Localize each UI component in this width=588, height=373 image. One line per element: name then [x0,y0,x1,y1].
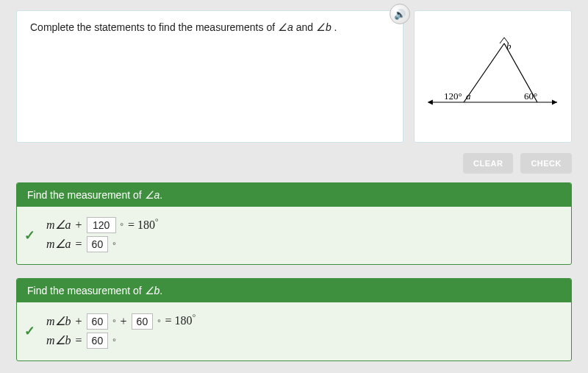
prompt-prefix: Complete the statements to find the meas… [30,21,278,33]
question-prompt-box: 🔊 Complete the statements to find the me… [16,10,404,143]
section-b-header: Find the measurement of ∠b. [17,279,571,302]
section-b-line1-input2[interactable]: 60 [132,313,154,330]
section-a-line2: m∠a = 60° [46,236,561,252]
audio-icon[interactable]: 🔊 [390,4,410,24]
prompt-text: Complete the statements to find the meas… [30,21,390,33]
diagram-vertex-a: a [466,90,471,102]
section-a-line2-input[interactable]: 60 [87,236,109,252]
checkmark-icon: ✓ [24,227,35,244]
section-b-line1: m∠b + 60° + 60° = 180° [46,313,561,329]
prompt-angle-a: ∠a [278,21,293,33]
section-b-block: Find the measurement of ∠b. ✓ m∠b + 60° … [16,278,572,360]
section-b-body: ✓ m∠b + 60° + 60° = 180° m∠b = 60° [17,302,571,360]
check-button[interactable]: CHECK [520,153,572,174]
section-a-header-angle: ∠a [145,189,160,201]
section-b-line2: m∠b = 60° [46,333,561,349]
section-a-line1-eq: = 180° [128,217,158,232]
section-b-line1-eq: = 180° [165,313,196,327]
section-a-line2-lhs: m∠a [46,237,71,251]
diagram-vertex-b: b [506,40,512,51]
section-a-line2-op: = [76,238,82,251]
section-a-body: ✓ m∠a + 120° = 180° m∠a = 60° [17,207,571,264]
section-b-header-suffix: . [159,285,162,296]
prompt-suffix: . [331,21,337,33]
section-b-line2-op: = [76,334,82,347]
section-b-header-prefix: Find the measurement of [27,285,145,296]
section-a-header: Find the measurement of ∠a. [17,183,571,207]
section-a-header-suffix: . [159,189,162,201]
clear-button[interactable]: CLEAR [463,153,513,174]
section-a-line1-op: + [76,219,82,232]
section-b-line1-input1[interactable]: 60 [87,313,109,330]
section-b-line1-op: + [76,315,82,328]
section-b-header-angle: ∠b [145,285,160,296]
diagram-right-angle-label: 60° [524,90,537,102]
section-a-line1-input[interactable]: 120 [87,217,116,233]
prompt-angle-b: ∠b [316,21,331,33]
section-b-line2-lhs: m∠b [46,333,71,347]
prompt-conj: and [293,21,316,33]
section-b-line1-op2: + [121,315,127,328]
section-a-line1-lhs: m∠a [46,218,71,232]
section-b-line1-lhs: m∠b [46,314,71,328]
section-a-line1: m∠a + 120° = 180° [46,217,561,233]
section-a-header-prefix: Find the measurement of [27,189,145,201]
triangle-diagram: 120° a 60° b [423,29,563,124]
checkmark-icon: ✓ [24,323,35,339]
section-b-line2-input[interactable]: 60 [87,333,109,349]
section-a-block: Find the measurement of ∠a. ✓ m∠a + 120°… [16,182,572,265]
action-button-row: CLEAR CHECK [16,153,572,174]
diagram-left-angle-label: 120° [444,90,462,102]
diagram-box: 120° a 60° b [414,10,572,143]
